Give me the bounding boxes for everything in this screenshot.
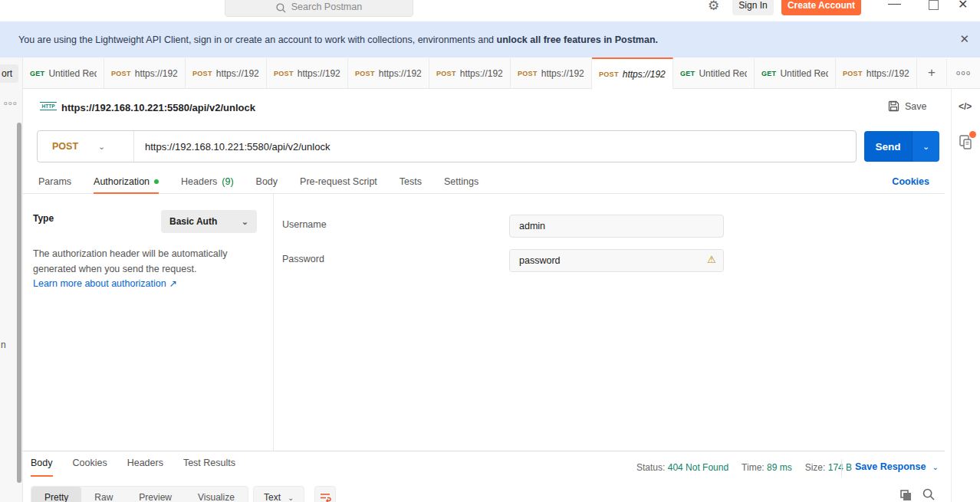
notification-dot bbox=[969, 131, 976, 138]
tab-title: https://192 bbox=[379, 68, 422, 79]
pane-divider bbox=[273, 194, 274, 451]
method-select[interactable]: POST ⌄ bbox=[38, 131, 134, 162]
settings-gear-icon[interactable]: ⚙ bbox=[708, 0, 719, 14]
tab-title: https://192 bbox=[216, 68, 259, 79]
code-snippet-icon[interactable]: </> bbox=[959, 101, 972, 112]
auth-type-select[interactable]: Basic Auth ⌄ bbox=[161, 210, 257, 233]
editor-tab[interactable]: GETUntitled Req bbox=[755, 57, 836, 88]
chevron-down-icon: ⌄ bbox=[98, 142, 105, 152]
create-account-button[interactable]: Create Account bbox=[781, 0, 861, 15]
view-tab-visualize[interactable]: Visualize bbox=[185, 487, 248, 502]
editor-tab[interactable]: GETUntitled Req bbox=[23, 57, 104, 88]
sidebar-more-icon[interactable]: ooo bbox=[4, 100, 18, 107]
search-response-icon[interactable] bbox=[922, 488, 935, 502]
tab-title: Untitled Req bbox=[48, 68, 97, 79]
password-label: Password bbox=[282, 254, 324, 264]
editor-tab[interactable]: POSThttps://192 bbox=[104, 57, 186, 88]
create-account-label: Create Account bbox=[788, 0, 855, 11]
tab-method-label: POST bbox=[599, 71, 619, 78]
format-dropdown[interactable]: Text ⌄ bbox=[253, 486, 304, 502]
search-icon bbox=[276, 3, 286, 13]
save-button[interactable]: Save bbox=[888, 100, 927, 112]
copy-response-icon[interactable] bbox=[900, 490, 912, 502]
request-tab-tests[interactable]: Tests bbox=[400, 170, 422, 194]
http-icon: HTTP bbox=[40, 102, 57, 110]
tab-title: https://192 bbox=[623, 69, 666, 80]
url-input[interactable] bbox=[134, 131, 856, 162]
view-tab-pretty[interactable]: Pretty bbox=[31, 487, 81, 502]
auth-helper-text: The authorization header will be automat… bbox=[33, 247, 245, 277]
request-tab-params[interactable]: Params bbox=[38, 170, 71, 194]
view-tab-raw[interactable]: Raw bbox=[81, 487, 126, 502]
tab-title: https://192 bbox=[135, 68, 178, 79]
send-label: Send bbox=[875, 141, 900, 153]
request-tab-pre-request-script[interactable]: Pre-request Script bbox=[300, 170, 377, 194]
response-meta: Status: 404 Not Found Time: 89 ms Size: … bbox=[636, 462, 852, 473]
username-label: Username bbox=[282, 219, 327, 230]
tab-method-label: POST bbox=[355, 70, 375, 77]
editor-tab[interactable]: POSThttps://192 bbox=[186, 57, 267, 88]
request-tab-label: Authorization bbox=[94, 176, 150, 187]
wrap-text-button[interactable] bbox=[314, 486, 336, 502]
status-badge: Status: 404 Not Found bbox=[636, 462, 728, 473]
response-view-switcher: PrettyRawPreviewVisualize bbox=[31, 486, 248, 502]
save-response-button[interactable]: Save Response ⌄ bbox=[855, 461, 939, 472]
request-url-bar: POST ⌄ bbox=[37, 130, 857, 162]
view-tab-preview[interactable]: Preview bbox=[126, 487, 185, 502]
username-field-wrap bbox=[509, 215, 724, 238]
auth-type-value: Basic Auth bbox=[169, 216, 217, 227]
window-maximize-icon[interactable] bbox=[929, 0, 939, 10]
chevron-down-icon: ⌄ bbox=[932, 463, 938, 471]
editor-tab[interactable]: GETUntitled Req bbox=[673, 57, 755, 88]
tab-title: https://192 bbox=[867, 68, 909, 79]
response-tab-test-results[interactable]: Test Results bbox=[183, 458, 235, 477]
app-header: Search Postman ⚙ Sign In Create Account … bbox=[0, 0, 980, 21]
request-tab-bar: ParamsAuthorizationHeaders(9)BodyPre-req… bbox=[23, 170, 945, 194]
editor-tab[interactable]: POSThttps://192 bbox=[429, 57, 511, 88]
editor-tab[interactable]: POSThttps://192 bbox=[348, 57, 429, 88]
global-search-input[interactable]: Search Postman bbox=[225, 0, 413, 17]
password-field-wrap: ⚠ bbox=[509, 249, 724, 272]
editor-tab[interactable]: POSThttps://192 bbox=[836, 57, 917, 88]
banner-text: You are using the Lightweight API Client… bbox=[18, 34, 658, 45]
username-input[interactable] bbox=[509, 215, 724, 238]
window-close-icon[interactable]: ✕ bbox=[958, 0, 968, 11]
window-minimize-icon[interactable] bbox=[888, 4, 901, 5]
import-button-fragment[interactable]: ort bbox=[0, 64, 18, 83]
tab-strip-actions: + ooo bbox=[917, 57, 980, 88]
save-response-label: Save Response bbox=[855, 461, 926, 472]
request-tab-body[interactable]: Body bbox=[256, 170, 278, 194]
cookies-link[interactable]: Cookies bbox=[892, 176, 945, 187]
send-split-button: Send ⌄ bbox=[864, 131, 939, 162]
add-tab-icon[interactable]: + bbox=[917, 65, 946, 80]
save-floppy-icon bbox=[888, 100, 899, 112]
editor-tab[interactable]: POSThttps://192 bbox=[511, 57, 592, 88]
request-title: https://192.168.10.221:5580/api/v2/unloc… bbox=[61, 102, 255, 113]
send-options-chevron-icon[interactable]: ⌄ bbox=[912, 131, 939, 162]
learn-more-link[interactable]: Learn more about authorization ↗ bbox=[33, 277, 177, 289]
request-tab-settings[interactable]: Settings bbox=[444, 170, 478, 194]
method-value: POST bbox=[52, 141, 78, 152]
size-badge: Size: 174 B bbox=[805, 462, 852, 473]
password-input[interactable] bbox=[509, 249, 724, 272]
sign-in-button[interactable]: Sign In bbox=[732, 0, 774, 15]
chevron-down-icon: ⌄ bbox=[242, 217, 248, 227]
sidebar-scrollbar[interactable] bbox=[17, 123, 21, 483]
response-tab-cookies[interactable]: Cookies bbox=[73, 458, 107, 477]
tab-strip-more-icon[interactable]: ooo bbox=[946, 59, 980, 87]
tab-method-label: POST bbox=[192, 70, 212, 77]
banner-close-icon[interactable]: ✕ bbox=[959, 32, 969, 46]
postman-app-window: Search Postman ⚙ Sign In Create Account … bbox=[0, 0, 980, 502]
documentation-icon[interactable] bbox=[959, 135, 972, 153]
response-tab-headers[interactable]: Headers bbox=[127, 458, 163, 477]
request-tab-headers[interactable]: Headers(9) bbox=[181, 170, 234, 194]
request-tab-authorization[interactable]: Authorization bbox=[94, 170, 159, 194]
tab-title: Untitled Req bbox=[780, 68, 828, 79]
editor-tab[interactable]: POSThttps://192 bbox=[267, 57, 348, 88]
request-tab-label: Tests bbox=[400, 176, 422, 187]
time-badge: Time: 89 ms bbox=[742, 462, 792, 473]
response-tab-body[interactable]: Body bbox=[31, 458, 53, 477]
editor-tab[interactable]: POSThttps://192 bbox=[592, 57, 673, 89]
request-tab-label: Pre-request Script bbox=[300, 176, 377, 187]
send-button[interactable]: Send bbox=[864, 131, 912, 162]
